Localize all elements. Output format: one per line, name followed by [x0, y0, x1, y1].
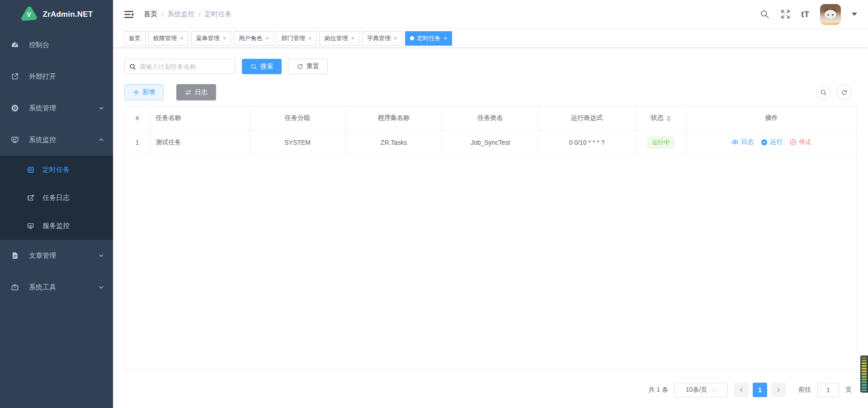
row-log-label: 日志 [741, 138, 754, 146]
close-icon[interactable]: × [265, 35, 269, 41]
tab-department-management[interactable]: 部门管理 × [277, 31, 317, 46]
chevron-down-icon [99, 105, 104, 111]
goto-label: 前往 [798, 386, 811, 394]
tab-label: 权限管理 [153, 34, 177, 43]
log-button[interactable]: 日志 [176, 84, 216, 100]
sort-asc-icon[interactable] [666, 115, 671, 118]
sidebar-item-article-management[interactable]: 文章管理 [0, 240, 113, 271]
dashboard-icon [11, 41, 19, 49]
sidebar-item-label: 系统监控 [29, 136, 56, 144]
close-icon[interactable]: × [351, 35, 354, 41]
sidebar-menu: 控制台 外部打开 系统管理 系统监控 [0, 29, 113, 303]
add-button-label: 新增 [142, 88, 155, 96]
sidebar-item-scheduled-tasks[interactable]: 定时任务 [0, 156, 113, 184]
fullscreen-icon[interactable] [780, 9, 790, 19]
topbar: 首页 / 系统监控 / 定时任务 tT [113, 0, 868, 29]
close-icon[interactable]: × [308, 35, 312, 41]
plus-icon [133, 89, 139, 95]
close-icon[interactable]: × [180, 35, 184, 41]
breadcrumb-system-monitoring[interactable]: 系统监控 [167, 10, 194, 19]
page-number-1[interactable]: 1 [753, 383, 767, 397]
logo-icon: V [20, 6, 38, 23]
reset-button-label: 重置 [307, 62, 319, 71]
sidebar-item-task-logs[interactable]: 任务日志 [0, 184, 113, 212]
chevron-down-icon [99, 253, 104, 258]
sort-desc-icon[interactable] [666, 119, 671, 122]
cell-task-name: 测试任务 [150, 130, 250, 155]
sidebar-submenu-monitoring: 定时任务 任务日志 服务监控 [0, 156, 113, 240]
font-size-icon[interactable]: tT [801, 10, 809, 19]
refresh-table-button[interactable] [837, 85, 852, 100]
sidebar-item-label: 任务日志 [42, 194, 70, 202]
avatar-caret-down-icon[interactable] [852, 13, 857, 16]
sort-carets[interactable] [666, 115, 671, 122]
breadcrumb-separator: / [198, 10, 200, 18]
sidebar-item-label: 文章管理 [29, 251, 56, 260]
sidebar-item-external-open[interactable]: 外部打开 [0, 61, 113, 92]
tab-label: 用户角色 [239, 34, 262, 43]
app-logo[interactable]: V ZrAdmin.NET [0, 0, 113, 29]
tab-label: 岗位管理 [324, 34, 348, 43]
filter-row: 搜索 重置 [124, 59, 857, 74]
cell-assembly: ZR.Tasks [345, 130, 442, 155]
row-stop-label: 停止 [799, 138, 811, 146]
sidebar-collapse-icon[interactable] [124, 10, 134, 19]
close-icon[interactable]: × [223, 35, 226, 41]
audio-level-meter [860, 356, 868, 393]
show-search-button[interactable] [816, 85, 831, 100]
sidebar-item-service-monitor[interactable]: 服务监控 [0, 212, 113, 240]
page-content: 搜索 重置 新增 日志 [113, 48, 868, 408]
next-page-button[interactable] [771, 383, 786, 397]
sidebar-item-system-management[interactable]: 系统管理 [0, 92, 113, 124]
main-area: 首页 / 系统监控 / 定时任务 tT [113, 0, 868, 408]
breadcrumb-separator: / [161, 10, 163, 18]
app-root: V ZrAdmin.NET 控制台 外部打开 [0, 0, 868, 408]
prev-page-button[interactable] [734, 383, 749, 397]
tab-permission-management[interactable]: 权限管理 × [148, 31, 189, 46]
avatar-cat-eye [832, 14, 834, 16]
goto-page-input[interactable] [817, 383, 839, 397]
row-log-button[interactable]: 日志 [731, 138, 754, 146]
avatar[interactable] [820, 4, 841, 25]
tab-home[interactable]: 首页 [124, 31, 146, 46]
page-size-select[interactable]: 10条/页 [675, 383, 728, 397]
search-button-label: 搜索 [260, 62, 273, 71]
sidebar-item-system-tools[interactable]: 系统工具 [0, 271, 113, 303]
close-icon[interactable]: × [394, 35, 397, 41]
breadcrumb-home[interactable]: 首页 [144, 10, 157, 19]
eye-icon [731, 138, 739, 146]
search-button[interactable]: 搜索 [242, 59, 282, 74]
row-run-button[interactable]: 运行 [761, 138, 783, 146]
audio-level-meter-bars [862, 357, 867, 391]
tab-scheduled-tasks[interactable]: 定时任务 × [405, 31, 453, 46]
tab-label: 首页 [129, 34, 141, 43]
cell-task-class: Job_SyncTest [442, 130, 538, 155]
table-empty-space [125, 155, 857, 370]
tab-label: 字典管理 [367, 34, 391, 43]
search-icon [129, 63, 136, 70]
task-name-search-box [124, 59, 236, 74]
search-icon[interactable] [760, 9, 769, 19]
toolbar-row: 新增 日志 [124, 84, 857, 100]
column-header-cron: 运行表达式 [538, 106, 635, 130]
app-title: ZrAdmin.NET [43, 10, 93, 19]
sidebar-item-console[interactable]: 控制台 [0, 29, 113, 61]
add-button[interactable]: 新增 [124, 84, 164, 100]
search-input[interactable] [139, 63, 231, 70]
sidebar: V ZrAdmin.NET 控制台 外部打开 [0, 0, 113, 408]
table-row[interactable]: 1 测试任务 SYSTEM ZR.Tasks Job_SyncTest 0 0/… [125, 130, 857, 155]
row-stop-button[interactable]: 停止 [790, 138, 811, 146]
tab-menu-management[interactable]: 菜单管理 × [191, 31, 231, 46]
tab-position-management[interactable]: 岗位管理 × [319, 31, 359, 46]
tasks-table: # 任务名称 任务分组 程序集名称 任务类名 运行表达式 状态 操作 [124, 106, 857, 370]
sidebar-item-label: 外部打开 [29, 72, 56, 81]
column-header-task-class: 任务类名 [442, 106, 538, 130]
tab-dictionary-management[interactable]: 字典管理 × [362, 31, 402, 46]
column-header-status: 状态 [635, 106, 686, 130]
close-icon[interactable]: × [444, 35, 448, 41]
reset-button[interactable]: 重置 [288, 59, 328, 74]
service-monitor-icon [26, 222, 34, 230]
sidebar-item-system-monitoring[interactable]: 系统监控 [0, 124, 113, 156]
tab-user-roles[interactable]: 用户角色 × [234, 31, 274, 46]
avatar-cat-eye [827, 14, 829, 16]
